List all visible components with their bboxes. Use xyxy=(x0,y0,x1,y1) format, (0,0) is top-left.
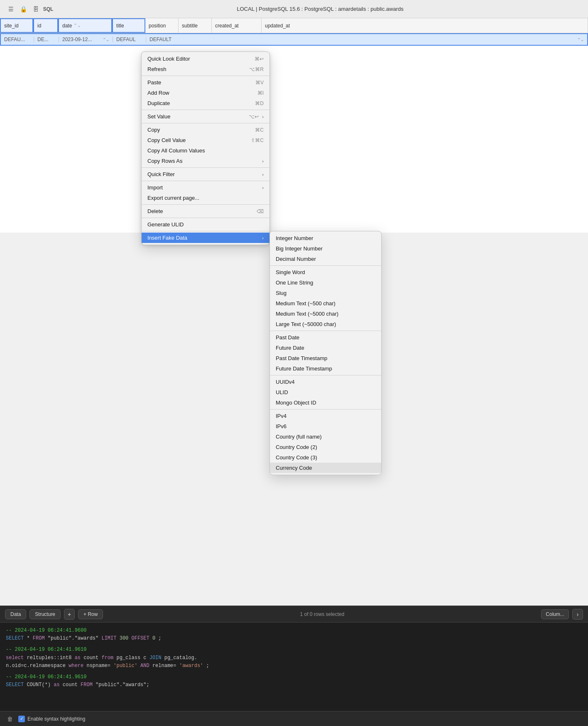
trash-icon[interactable]: 🗑 xyxy=(6,715,14,723)
menu-item-copy-rows-as[interactable]: Copy Rows As › xyxy=(142,156,270,166)
syntax-highlighting-toggle[interactable]: ✓ Enable syntax highlighting xyxy=(18,716,85,722)
submenu-item-medium-text-5000[interactable]: Medium Text (~5000 char) xyxy=(270,309,381,319)
menu-shortcut-delete: ⌫ xyxy=(257,208,264,214)
menu-label-import: Import xyxy=(147,184,163,191)
add-row-button[interactable]: + Row xyxy=(78,609,103,619)
submenu-item-big-integer-number[interactable]: Big Integer Number xyxy=(270,243,381,254)
context-menu: Quick Look Editor ⌘↩ Refresh ⌥⌘R Paste ⌘… xyxy=(141,52,270,245)
menu-item-copy[interactable]: Copy ⌘C xyxy=(142,125,270,135)
created-at-arrows: ⌃⌄ xyxy=(577,37,584,42)
col-header-position[interactable]: position xyxy=(145,18,179,33)
submenu-item-ulid[interactable]: ULID xyxy=(270,387,381,397)
titlebar-icons: ☰ 🔒 🗄 SQL xyxy=(7,5,52,13)
submenu-item-country-code-2[interactable]: Country Code (2) xyxy=(270,442,381,452)
submenu-divider-1 xyxy=(270,265,381,266)
sql-timestamp-2: -- 2024-04-19 06:24:41.9610 xyxy=(6,646,582,654)
menu-label-refresh: Refresh xyxy=(147,66,167,72)
submenu-item-single-word[interactable]: Single Word xyxy=(270,267,381,277)
selected-row[interactable]: DEFAU... DE... 2023-09-12... ⌃⌄ DEFAUL D… xyxy=(0,33,588,46)
submenu-insert-fake-data: Integer Number Big Integer Number Decima… xyxy=(270,231,382,475)
col-header-created-at[interactable]: created_at xyxy=(212,18,262,33)
submenu-divider-4 xyxy=(270,409,381,410)
menu-divider-1 xyxy=(142,76,270,76)
submenu-item-large-text-50000[interactable]: Large Text (~50000 char) xyxy=(270,319,381,329)
menu-item-generate-ulid[interactable]: Generate ULID xyxy=(142,219,270,230)
menu-label-duplicate: Duplicate xyxy=(147,100,170,106)
add-row-icon[interactable]: + xyxy=(64,609,75,620)
col-header-id[interactable]: id xyxy=(33,18,58,33)
menu-item-refresh[interactable]: Refresh ⌥⌘R xyxy=(142,64,270,74)
menu-shortcut-refresh: ⌥⌘R xyxy=(249,66,264,72)
sql-timestamp-3: -- 2024-04-19 06:24:41.9610 xyxy=(6,673,582,681)
lock-icon[interactable]: 🔒 xyxy=(19,5,27,13)
footer: 🗑 ✓ Enable syntax highlighting xyxy=(0,711,588,726)
nav-arrow[interactable]: › xyxy=(572,609,583,620)
submenu-item-future-date[interactable]: Future Date xyxy=(270,343,381,353)
sql-log: -- 2024-04-19 06:24:41.9600 SELECT * FRO… xyxy=(0,623,588,710)
syntax-highlighting-label: Enable syntax highlighting xyxy=(27,716,85,722)
menu-label-generate-ulid: Generate ULID xyxy=(147,221,184,228)
structure-tab[interactable]: Structure xyxy=(29,609,61,619)
menu-icon[interactable]: ☰ xyxy=(7,5,15,13)
submenu-item-country-full-name[interactable]: Country (full name) xyxy=(270,432,381,442)
menu-label-quick-filter: Quick Filter xyxy=(147,171,175,177)
submenu-item-integer-number[interactable]: Integer Number xyxy=(270,233,381,243)
menu-item-duplicate[interactable]: Duplicate ⌘D xyxy=(142,98,270,108)
menu-item-quick-look-editor[interactable]: Quick Look Editor ⌘↩ xyxy=(142,54,270,64)
menu-label-quick-look-editor: Quick Look Editor xyxy=(147,56,190,62)
table-rows: DEFAU... DE... 2023-09-12... ⌃⌄ DEFAUL D… xyxy=(0,33,588,233)
menu-item-export-current-page[interactable]: Export current page... xyxy=(142,193,270,203)
submenu-item-slug[interactable]: Slug xyxy=(270,288,381,298)
submenu-item-past-date[interactable]: Past Date xyxy=(270,332,381,343)
checkbox-checked[interactable]: ✓ xyxy=(18,716,25,722)
bottom-toolbar: Data Structure + + Row 1 of 0 rows selec… xyxy=(0,606,588,623)
submenu-item-currency-code[interactable]: Currency Code xyxy=(270,463,381,473)
import-arrow: › xyxy=(262,185,264,190)
sql-label[interactable]: SQL xyxy=(44,5,52,13)
menu-label-copy-cell-value: Copy Cell Value xyxy=(147,137,186,143)
sql-line-2: select reltuples::int8 as count from pg_… xyxy=(6,654,582,662)
menu-item-add-row[interactable]: Add Row ⌘I xyxy=(142,88,270,98)
col-header-date[interactable]: date ⌃⌄ xyxy=(58,18,112,33)
col-header-updated-at[interactable]: updated_at xyxy=(262,18,588,33)
menu-divider-8 xyxy=(142,231,270,231)
database-icon[interactable]: 🗄 xyxy=(32,5,40,13)
menu-item-paste[interactable]: Paste ⌘V xyxy=(142,77,270,88)
menu-item-set-value[interactable]: Set Value ⌥↩ › xyxy=(142,111,270,122)
menu-item-quick-filter[interactable]: Quick Filter › xyxy=(142,169,270,179)
menu-shortcut-copy: ⌘C xyxy=(255,127,264,133)
row-status: 1 of 0 rows selected xyxy=(106,611,538,617)
cell-date: 2023-09-12... ⌃⌄ xyxy=(59,37,113,42)
sql-line-2b: n.oid=c.relnamespace where nspname= 'pub… xyxy=(6,662,582,670)
menu-item-copy-all-column-values[interactable]: Copy All Column Values xyxy=(142,145,270,156)
col-header-subtitle[interactable]: subtitle xyxy=(179,18,212,33)
submenu-item-future-date-timestamp[interactable]: Future Date Timestamp xyxy=(270,363,381,374)
cell-id: DE... xyxy=(34,37,59,42)
window-title: LOCAL | PostgreSQL 15.6 : PostgreSQL : a… xyxy=(59,6,581,12)
submenu-item-one-line-string[interactable]: One Line String xyxy=(270,277,381,288)
submenu-item-mongo-object-id[interactable]: Mongo Object ID xyxy=(270,397,381,408)
data-tab[interactable]: Data xyxy=(5,609,26,619)
column-button[interactable]: Colum... xyxy=(541,609,569,619)
submenu-item-decimal-number[interactable]: Decimal Number xyxy=(270,254,381,264)
submenu-item-medium-text-500[interactable]: Medium Text (~500 char) xyxy=(270,298,381,309)
menu-item-copy-cell-value[interactable]: Copy Cell Value ⇧⌘C xyxy=(142,135,270,145)
menu-shortcut-paste: ⌘V xyxy=(255,80,264,86)
menu-item-delete[interactable]: Delete ⌫ xyxy=(142,206,270,216)
menu-label-export-current-page: Export current page... xyxy=(147,195,199,201)
menu-item-import[interactable]: Import › xyxy=(142,182,270,193)
menu-shortcut-add-row: ⌘I xyxy=(257,90,264,96)
submenu-item-ipv6[interactable]: IPv6 xyxy=(270,421,381,432)
col-header-site-id[interactable]: site_id xyxy=(0,18,33,33)
set-value-arrow: › xyxy=(262,114,264,119)
col-header-title[interactable]: title xyxy=(112,18,145,33)
submenu-item-country-code-3[interactable]: Country Code (3) xyxy=(270,452,381,463)
menu-shortcut-duplicate: ⌘D xyxy=(255,101,264,106)
menu-item-insert-fake-data[interactable]: Insert Fake Data › Integer Number Big In… xyxy=(142,233,270,243)
sql-entry-2: -- 2024-04-19 06:24:41.9610 select reltu… xyxy=(6,646,582,670)
submenu-item-past-date-timestamp[interactable]: Past Date Timestamp xyxy=(270,353,381,363)
submenu-item-uuidv4[interactable]: UUIDv4 xyxy=(270,377,381,387)
menu-label-copy-all-column-values: Copy All Column Values xyxy=(147,147,205,154)
submenu-item-ipv4[interactable]: IPv4 xyxy=(270,411,381,421)
sql-entry-1: -- 2024-04-19 06:24:41.9600 SELECT * FRO… xyxy=(6,627,582,643)
